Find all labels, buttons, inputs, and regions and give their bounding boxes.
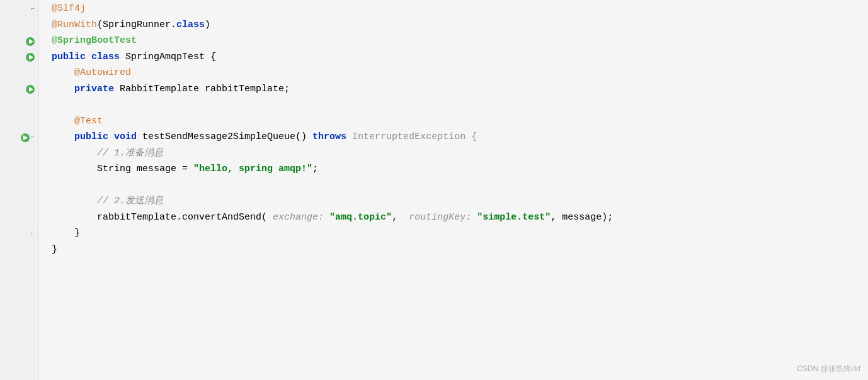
gutter-row-5 bbox=[0, 65, 38, 82]
annotation-autowired: @Autowired bbox=[74, 65, 131, 81]
gutter-row-7 bbox=[0, 98, 38, 114]
code-line-6: private RabbitTemplate rabbitTemplate; bbox=[52, 82, 868, 98]
fold-icon-15[interactable]: L bbox=[31, 229, 35, 239]
run-icon-9[interactable] bbox=[21, 133, 30, 142]
gutter-row-6[interactable] bbox=[0, 82, 38, 98]
type-string: String message = bbox=[97, 162, 193, 177]
code-line-9: public void testSendMessage2SimpleQueue(… bbox=[52, 130, 868, 146]
line-gutter: ⌐ ⌐ bbox=[0, 0, 39, 380]
type-rabbittemplate: RabbitTemplate bbox=[120, 82, 205, 97]
code-line-16: } bbox=[52, 242, 868, 259]
run-icon-4[interactable] bbox=[26, 53, 35, 62]
param-exchange-label: exchange: bbox=[267, 210, 329, 225]
gutter-row-3[interactable] bbox=[0, 33, 38, 50]
watermark: CSDN @张凯锋zkf bbox=[797, 363, 860, 375]
fold-icon-1[interactable]: ⌐ bbox=[31, 4, 35, 14]
code-line-8: @Test bbox=[52, 114, 868, 130]
comma-1: , bbox=[392, 210, 409, 225]
gutter-row-10 bbox=[0, 146, 38, 162]
param-routingkey-label: routingKey: bbox=[409, 210, 477, 225]
annotation-test: @Test bbox=[74, 114, 103, 129]
gutter-row-15: L bbox=[0, 226, 38, 242]
annotation-runwith: @RunWith bbox=[52, 18, 97, 33]
keyword-private: private bbox=[74, 82, 120, 97]
close-method: } bbox=[74, 226, 80, 241]
run-icon-3[interactable] bbox=[26, 37, 35, 46]
code-line-7 bbox=[52, 98, 868, 114]
param-routingkey-value: "simple.test" bbox=[477, 210, 551, 225]
gutter-row-4[interactable] bbox=[0, 50, 38, 66]
gutter-row-2 bbox=[0, 18, 38, 34]
param-exchange-value: "amq.topic" bbox=[329, 210, 392, 225]
gutter-row-8 bbox=[0, 114, 38, 130]
code-line-15: } bbox=[52, 226, 868, 242]
plain-2a: (SpringRunner. bbox=[97, 18, 176, 33]
gutter-row-11 bbox=[0, 162, 38, 178]
gutter-row-1: ⌐ bbox=[0, 1, 38, 18]
code-area: @Slf4j @RunWith(SpringRunner.class) @Spr… bbox=[39, 0, 868, 380]
keyword-class-4: class bbox=[91, 50, 125, 65]
keyword-public-9: public bbox=[74, 130, 114, 145]
comment-send: // 2.发送消息 bbox=[97, 194, 163, 209]
run-icon-6[interactable] bbox=[26, 85, 35, 94]
gutter-row-12 bbox=[0, 178, 38, 194]
code-line-4: public class SpringAmqpTest { bbox=[52, 50, 868, 66]
code-line-12 bbox=[52, 178, 868, 194]
exception-type: InterruptedException { bbox=[352, 130, 477, 145]
gutter-row-14 bbox=[0, 210, 38, 226]
editor-container: ⌐ ⌐ bbox=[0, 0, 868, 380]
string-message: "hello, spring amqp!" bbox=[193, 162, 312, 177]
keyword-class: class bbox=[176, 18, 205, 33]
keyword-public-4: public bbox=[52, 50, 91, 65]
keyword-void: void bbox=[114, 130, 142, 145]
gutter-row-13 bbox=[0, 194, 38, 210]
fold-icon-9[interactable]: ⌐ bbox=[31, 133, 35, 143]
comment-prepare: // 1.准备消息 bbox=[97, 146, 163, 161]
method-name: testSendMessage2SimpleQueue() bbox=[142, 130, 312, 145]
var-rabbittemplate: rabbitTemplate; bbox=[205, 82, 290, 97]
code-line-2: @RunWith(SpringRunner.class) bbox=[52, 18, 868, 34]
gutter-row-9[interactable]: ⌐ bbox=[0, 130, 38, 146]
call-rabbit: rabbitTemplate.convertAndSend( bbox=[97, 210, 267, 225]
annotation-slf4j: @Slf4j bbox=[52, 1, 86, 16]
plain-2b: ) bbox=[205, 18, 210, 33]
annotation-springboottest: @SpringBootTest bbox=[52, 33, 137, 48]
code-line-14: rabbitTemplate.convertAndSend( exchange:… bbox=[52, 210, 868, 226]
code-line-5: @Autowired bbox=[52, 65, 868, 82]
code-line-11: String message = "hello, spring amqp!"; bbox=[52, 162, 868, 178]
semicolon-11: ; bbox=[312, 162, 318, 177]
classname: SpringAmqpTest { bbox=[125, 50, 216, 65]
code-line-3: @SpringBootTest bbox=[52, 33, 868, 50]
gutter-row-16 bbox=[0, 242, 38, 259]
code-line-1: @Slf4j bbox=[52, 1, 868, 18]
close-class: } bbox=[52, 242, 57, 257]
code-line-13: // 2.发送消息 bbox=[52, 194, 868, 210]
keyword-throws: throws bbox=[312, 130, 352, 145]
param-message: , message); bbox=[551, 210, 613, 225]
code-line-10: // 1.准备消息 bbox=[52, 146, 868, 162]
